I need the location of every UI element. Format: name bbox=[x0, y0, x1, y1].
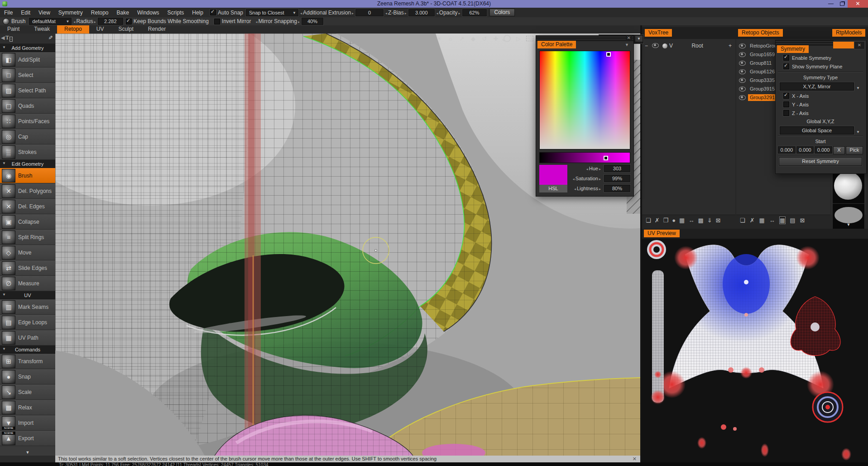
start-x-field[interactable]: 0.000 bbox=[778, 146, 796, 154]
sphere-icon[interactable]: ● bbox=[672, 217, 676, 224]
delete-all-icon[interactable]: ⊠ bbox=[800, 217, 805, 224]
section-add-geometry[interactable]: ▼Add Geometry bbox=[0, 44, 55, 52]
tool-edge-loops[interactable]: ▤Edge Loops bbox=[0, 315, 55, 330]
tool-quads[interactable]: ▢Quads bbox=[0, 98, 55, 114]
symmetry-close-button[interactable]: ✕ bbox=[854, 41, 865, 49]
model-thumb-sphere[interactable] bbox=[834, 172, 862, 200]
tool-del-polygons[interactable]: ✕Del. Polygons bbox=[0, 183, 55, 199]
tool-select[interactable]: □Select bbox=[0, 67, 55, 83]
tab-paint[interactable]: Paint bbox=[0, 25, 27, 34]
color-gradient-field[interactable] bbox=[539, 51, 630, 149]
uv-preview-panel[interactable] bbox=[642, 239, 868, 466]
lightness-label[interactable]: Lightness bbox=[574, 186, 601, 191]
bulb-light-icon[interactable]: ☼ bbox=[447, 35, 454, 42]
brush-preview-icon[interactable] bbox=[3, 18, 10, 25]
show-symmetry-plane-checkbox[interactable]: Show Symmetry Plane bbox=[778, 62, 863, 71]
tool-del-edges[interactable]: ✕Del. Edges bbox=[0, 199, 55, 214]
start-z-field[interactable]: 0.000 bbox=[815, 146, 832, 154]
mirror-snapping-field[interactable]: 40% bbox=[302, 18, 323, 25]
menu-view[interactable]: View bbox=[34, 8, 54, 17]
y-axis-checkbox[interactable]: Y - Axis bbox=[778, 100, 863, 109]
lightness-bar[interactable] bbox=[539, 152, 630, 163]
new-object-icon[interactable]: ❏ bbox=[646, 217, 651, 224]
x-snap-button[interactable]: X bbox=[833, 146, 845, 154]
tab-uv-preview[interactable]: UV Preview bbox=[644, 230, 680, 237]
grid-icon[interactable]: ▩ bbox=[698, 217, 703, 224]
close-icon[interactable]: ✕ bbox=[626, 35, 632, 40]
tab-render[interactable]: Render bbox=[141, 25, 173, 34]
tab-voxtree[interactable]: VoxTree bbox=[645, 29, 672, 37]
z-axis-checkbox[interactable]: Z - Axis bbox=[778, 109, 863, 117]
tool-mark-seams[interactable]: ▥Mark Seams bbox=[0, 299, 55, 315]
pick-button[interactable]: Pick bbox=[846, 146, 863, 154]
tool-split-rings[interactable]: ≡Split Rings bbox=[0, 230, 55, 245]
tool-brush[interactable]: ◉Brush bbox=[0, 168, 55, 183]
menu-file[interactable]: File bbox=[0, 8, 17, 17]
collapse-left-icon[interactable]: ◀ bbox=[1, 35, 5, 41]
global-space-dropdown[interactable]: Global Space▼ bbox=[780, 126, 854, 135]
menu-edit[interactable]: Edit bbox=[17, 8, 34, 17]
tool-cap[interactable]: ◎Cap bbox=[0, 129, 55, 144]
menu-symmetry[interactable]: Symmetry bbox=[54, 8, 87, 17]
visibility-eye-icon[interactable] bbox=[652, 43, 659, 48]
all-visibility-icon[interactable]: ALL bbox=[526, 36, 533, 41]
global-xyz-label[interactable]: Global X,Y,Z bbox=[775, 117, 866, 125]
additional-extrusion-label[interactable]: Additional Extrusion bbox=[300, 10, 354, 16]
lightness-field[interactable]: 80% bbox=[604, 185, 630, 192]
mirror-icon[interactable]: ↔ bbox=[688, 217, 694, 224]
delete-all-icon[interactable]: ⊠ bbox=[716, 217, 721, 224]
voxtree-root-label[interactable]: Root bbox=[691, 43, 703, 49]
radius-field[interactable]: 2.282 bbox=[98, 18, 123, 25]
visibility-eye-icon[interactable] bbox=[739, 86, 746, 91]
restore-button[interactable] bbox=[837, 0, 847, 8]
menu-bake[interactable]: Bake bbox=[113, 8, 133, 17]
color-selector-handle[interactable] bbox=[606, 52, 611, 57]
tool-add-split[interactable]: ◧Add/Split bbox=[0, 52, 55, 67]
visibility-eye-icon[interactable] bbox=[739, 52, 746, 57]
new-group-icon[interactable]: ❏ bbox=[740, 217, 745, 224]
merge-icon[interactable]: ▦ bbox=[679, 217, 685, 224]
pan-view-icon[interactable]: ✚ bbox=[492, 35, 499, 42]
visibility-eye-icon[interactable] bbox=[739, 69, 746, 74]
rotate-view-icon[interactable]: ↺ bbox=[481, 35, 488, 42]
tool-scale[interactable]: ↘Scale bbox=[0, 384, 55, 400]
opacity-field[interactable]: 62% bbox=[462, 9, 487, 16]
tool-collapse[interactable]: ▣Collapse bbox=[0, 214, 55, 230]
delete-object-icon[interactable]: ✗ bbox=[655, 217, 660, 224]
menu-help[interactable]: Help bbox=[188, 8, 207, 17]
move-light-icon[interactable]: ↗ bbox=[458, 35, 465, 42]
duplicate-object-icon[interactable]: ❐ bbox=[663, 217, 669, 224]
additional-extrusion-field[interactable]: 0 bbox=[355, 9, 384, 16]
collapse-icon[interactable]: − bbox=[645, 43, 648, 49]
tool-transform[interactable]: ⊞Transform bbox=[0, 354, 55, 369]
hue-label[interactable]: Hue bbox=[586, 166, 601, 171]
close-button[interactable]: ✕ bbox=[848, 0, 868, 8]
symmetry-type-dropdown[interactable]: X,Y,Z, Mirror▼ bbox=[780, 82, 854, 91]
pen-tool-icon[interactable]: ✎ bbox=[47, 35, 53, 40]
tool-export[interactable]: ▲SCENEExport bbox=[0, 431, 55, 446]
mirror-snapping-label[interactable]: Mirror Snapping bbox=[256, 18, 300, 24]
visibility-eye-icon[interactable] bbox=[739, 43, 746, 48]
hue-field[interactable]: 303 bbox=[604, 165, 630, 172]
zbias-label[interactable]: Z-Bias bbox=[385, 10, 407, 16]
collapse-panel-icon[interactable]: ▼ bbox=[625, 43, 629, 47]
voxtree-root-row[interactable]: − V Root + bbox=[645, 43, 733, 51]
invert-mirror-checkbox[interactable]: Invert Mirror bbox=[214, 18, 251, 24]
tool-strokes[interactable]: ▒Strokes bbox=[0, 144, 55, 160]
menu-scripts[interactable]: Scripts bbox=[163, 8, 188, 17]
saturation-field[interactable]: 99% bbox=[604, 175, 630, 182]
menu-windows[interactable]: Windows bbox=[133, 8, 163, 17]
reset-symmetry-button[interactable]: Reset Symmetry bbox=[779, 157, 862, 166]
lightness-selector-handle[interactable] bbox=[604, 156, 608, 160]
hsl-mode-button[interactable]: HSL bbox=[539, 185, 567, 192]
add-volume-button[interactable]: + bbox=[729, 43, 732, 49]
menu-retopo[interactable]: Retopo bbox=[87, 8, 113, 17]
minimize-button[interactable]: — bbox=[825, 0, 836, 8]
soft-shading-icon[interactable]: ◆ bbox=[470, 35, 477, 42]
tab-tweak[interactable]: Tweak bbox=[27, 25, 57, 34]
tab-retopo[interactable]: Retopo bbox=[57, 25, 89, 34]
radius-label[interactable]: Radius bbox=[73, 18, 96, 24]
enable-symmetry-checkbox[interactable]: Enable Symmetry bbox=[778, 53, 863, 62]
tool-import[interactable]: ▼SCENEImport bbox=[0, 415, 55, 431]
section-commands[interactable]: ▼Commands bbox=[0, 346, 55, 354]
